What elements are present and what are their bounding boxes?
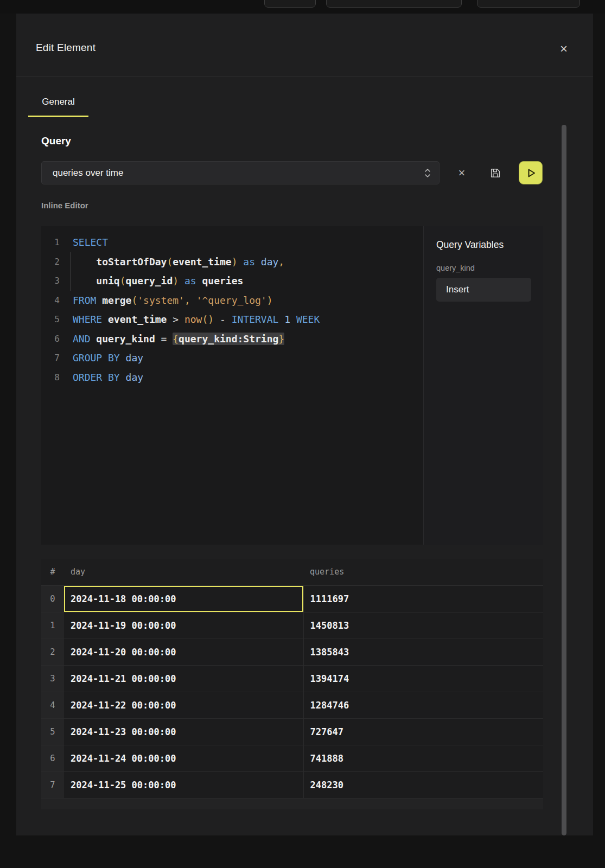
row-index: 1: [41, 612, 64, 639]
row-index: 4: [41, 692, 64, 718]
row-index: 6: [41, 745, 64, 771]
column-header-queries[interactable]: queries: [303, 559, 543, 585]
run-query-button[interactable]: [519, 161, 543, 184]
table-row: 62024-11-24 00:00:00741888: [41, 745, 543, 771]
modal-title: Edit Element: [36, 42, 95, 54]
cell-day[interactable]: 2024-11-18 00:00:00: [64, 585, 303, 612]
code-line-content: FROM merge('system', '^query_log'): [73, 295, 273, 306]
table-footer: [41, 799, 543, 809]
cell-day[interactable]: 2024-11-19 00:00:00: [64, 612, 303, 639]
line-number: 2: [41, 257, 60, 267]
topbar-button[interactable]: [477, 0, 580, 8]
code-line[interactable]: 5WHERE event_time > now() - INTERVAL 1 W…: [41, 310, 423, 329]
cell-queries[interactable]: 1111697: [303, 585, 543, 612]
close-button[interactable]: ×: [555, 40, 573, 58]
table-row: 12024-11-19 00:00:001450813: [41, 612, 543, 639]
code-line[interactable]: 3 uniq(query_id) as queries: [41, 271, 423, 291]
line-number: 4: [41, 295, 60, 305]
edit-element-modal: Edit Element × General Query queries ove…: [16, 14, 593, 835]
play-icon: [524, 166, 538, 180]
table-header-row: # day queries: [41, 559, 543, 585]
cell-queries[interactable]: 1284746: [303, 692, 543, 718]
cell-queries[interactable]: 248230: [303, 771, 543, 798]
column-header-day[interactable]: day: [64, 559, 303, 585]
column-header-index: #: [41, 559, 64, 585]
sql-code-editor[interactable]: 1SELECT2 toStartOfDay(event_time) as day…: [41, 226, 423, 545]
code-line[interactable]: 2 toStartOfDay(event_time) as day,: [41, 252, 423, 272]
tab-general-label: General: [42, 97, 74, 107]
row-index: 7: [41, 771, 64, 798]
save-query-button[interactable]: [486, 164, 505, 182]
code-line-content: GROUP BY day: [73, 352, 143, 363]
clear-icon: ×: [458, 166, 466, 180]
line-number: 5: [41, 314, 60, 324]
query-section-heading: Query: [41, 135, 71, 147]
query-select[interactable]: queries over time: [41, 161, 440, 184]
save-icon: [489, 167, 501, 179]
modal-scrollbar[interactable]: [562, 125, 566, 835]
code-line[interactable]: 1SELECT: [41, 233, 423, 252]
cell-queries[interactable]: 1394174: [303, 665, 543, 692]
table-row: 32024-11-21 00:00:001394174: [41, 665, 543, 692]
row-index: 3: [41, 665, 64, 692]
code-line[interactable]: 8ORDER BY day: [41, 368, 423, 387]
cell-day[interactable]: 2024-11-21 00:00:00: [64, 665, 303, 692]
code-line-content: WHERE event_time > now() - INTERVAL 1 WE…: [73, 314, 320, 325]
topbar-button[interactable]: [264, 0, 316, 8]
line-number: 3: [41, 276, 60, 286]
code-line-content: ORDER BY day: [73, 372, 143, 383]
results-table: # day queries 02024-11-18 00:00:00111169…: [41, 559, 543, 799]
cell-queries[interactable]: 741888: [303, 745, 543, 771]
insert-variable-button[interactable]: Insert: [436, 278, 531, 302]
results-tbody: 02024-11-18 00:00:00111169712024-11-19 0…: [41, 585, 543, 798]
query-variables-panel: Query Variables query_kind Insert: [423, 226, 543, 545]
code-line[interactable]: 7GROUP BY day: [41, 348, 423, 368]
row-index: 0: [41, 585, 64, 612]
cell-day[interactable]: 2024-11-25 00:00:00: [64, 771, 303, 798]
table-row: 22024-11-20 00:00:001385843: [41, 639, 543, 665]
code-line-content: AND query_kind = {query_kind:String}: [73, 333, 284, 344]
line-number: 6: [41, 334, 60, 344]
topbar-search-box[interactable]: [326, 0, 462, 8]
table-row: 42024-11-22 00:00:001284746: [41, 692, 543, 718]
line-number: 7: [41, 353, 60, 363]
query-select-value: queries over time: [53, 168, 123, 178]
cell-day[interactable]: 2024-11-24 00:00:00: [64, 745, 303, 771]
code-line-content: SELECT: [73, 237, 108, 248]
variable-name-label: query_kind: [436, 264, 531, 272]
line-number: 1: [41, 237, 60, 247]
query-variables-heading: Query Variables: [436, 239, 531, 251]
table-row: 72024-11-25 00:00:00248230: [41, 771, 543, 798]
header-divider: [16, 76, 593, 76]
code-lines: 1SELECT2 toStartOfDay(event_time) as day…: [41, 233, 423, 387]
row-index: 2: [41, 639, 64, 665]
code-line-content: uniq(query_id) as queries: [73, 275, 243, 286]
table-row: 52024-11-23 00:00:00727647: [41, 718, 543, 745]
cell-queries[interactable]: 1385843: [303, 639, 543, 665]
results-table-wrap: # day queries 02024-11-18 00:00:00111169…: [41, 559, 543, 809]
close-icon: ×: [560, 42, 568, 55]
cell-day[interactable]: 2024-11-23 00:00:00: [64, 718, 303, 745]
cell-queries[interactable]: 1450813: [303, 612, 543, 639]
clear-query-button[interactable]: ×: [453, 164, 471, 182]
page-topbar: [0, 0, 605, 14]
sql-editor-block: 1SELECT2 toStartOfDay(event_time) as day…: [41, 226, 543, 545]
insert-button-label: Insert: [446, 284, 469, 295]
cell-queries[interactable]: 727647: [303, 718, 543, 745]
code-line[interactable]: 4FROM merge('system', '^query_log'): [41, 291, 423, 310]
chevron-updown-icon: [424, 167, 431, 179]
table-row: 02024-11-18 00:00:001111697: [41, 585, 543, 612]
tab-general[interactable]: General: [28, 97, 88, 117]
line-number: 8: [41, 372, 60, 382]
cell-day[interactable]: 2024-11-20 00:00:00: [64, 639, 303, 665]
cell-day[interactable]: 2024-11-22 00:00:00: [64, 692, 303, 718]
code-line-content: toStartOfDay(event_time) as day,: [73, 256, 284, 267]
row-index: 5: [41, 718, 64, 745]
inline-editor-label: Inline Editor: [41, 201, 88, 210]
query-variable-chip: {query_kind:String}: [173, 333, 284, 345]
code-line[interactable]: 6AND query_kind = {query_kind:String}: [41, 329, 423, 349]
